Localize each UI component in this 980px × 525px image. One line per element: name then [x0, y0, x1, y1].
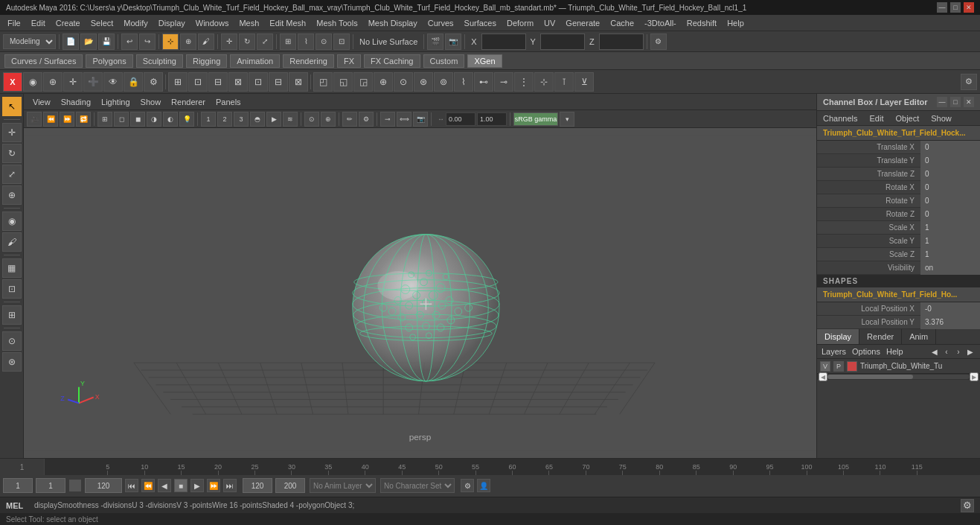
menu-uv[interactable]: UV — [539, 17, 560, 29]
char-set-selector[interactable]: No Character Set — [380, 478, 455, 493]
toolbar-settings-btn[interactable]: ⚙ — [961, 74, 977, 90]
y-field[interactable] — [540, 34, 585, 50]
ch-val-tz[interactable]: 0 — [920, 168, 980, 181]
vp-iso-btn[interactable]: ⊙ — [304, 112, 319, 127]
snap-view-btn[interactable]: ⊡ — [333, 34, 350, 50]
tab-animation[interactable]: Animation — [230, 54, 280, 68]
vp-val2[interactable]: 1.00 — [477, 112, 507, 126]
minimize-button[interactable]: — — [937, 2, 947, 13]
vp-light-btn[interactable]: 💡 — [179, 112, 194, 127]
max-frame-field[interactable]: 200 — [275, 478, 305, 493]
select-tool-btn[interactable]: ⊹ — [162, 34, 179, 50]
vp-camera-btn[interactable]: 📷 — [413, 112, 428, 127]
snap-grid-btn[interactable]: ⊞ — [280, 34, 296, 50]
menu-generate[interactable]: Generate — [561, 17, 604, 29]
scale-mode-btn[interactable]: ⤢ — [2, 165, 22, 184]
icon-btn-17[interactable]: ◱ — [333, 72, 353, 92]
move-mode-btn[interactable]: ✛ — [2, 123, 22, 142]
step-back-btn[interactable]: ⏪ — [141, 479, 155, 492]
scrollbar-thumb[interactable] — [827, 375, 913, 379]
icon-btn-11[interactable]: ⊟ — [208, 72, 228, 92]
soft-select-btn[interactable]: ◉ — [2, 211, 22, 231]
workspace-dropdown[interactable]: Modeling — [3, 34, 56, 49]
layer-nav-back[interactable]: ◀ — [929, 346, 940, 357]
tab-fx-caching[interactable]: FX Caching — [364, 54, 420, 68]
tab-sculpting[interactable]: Sculpting — [136, 54, 183, 68]
icon-btn-13[interactable]: ⊡ — [249, 72, 268, 92]
open-scene-btn[interactable]: 📂 — [80, 34, 97, 50]
vp-menu-show[interactable]: Show — [136, 96, 166, 108]
channel-rotate-y[interactable]: Rotate Y 0 — [817, 194, 980, 208]
layer-nav-prev[interactable]: ‹ — [941, 346, 952, 357]
ch-val-sz[interactable]: 1 — [920, 248, 980, 261]
ch-val-ry[interactable]: 0 — [920, 194, 980, 208]
layer-color-swatch[interactable] — [847, 361, 857, 372]
icon-btn-6[interactable]: 👁 — [103, 72, 123, 92]
vp-sym-btn[interactable]: ⟺ — [397, 112, 411, 127]
vp-mani-btn[interactable]: ⚙ — [359, 112, 374, 127]
layer-nav-next[interactable]: › — [953, 346, 964, 357]
tab-curves-surfaces[interactable]: Curves / Surfaces — [4, 54, 83, 68]
range-start-field[interactable]: 1 — [36, 478, 65, 493]
icon-btn-23[interactable]: ⌇ — [454, 72, 473, 92]
icon-btn-7[interactable]: 🔒 — [124, 72, 143, 92]
ch-val-lpx[interactable]: -0 — [920, 302, 980, 316]
channel-translate-z[interactable]: Translate Z 0 — [817, 168, 980, 181]
save-scene-btn[interactable]: 💾 — [98, 34, 115, 50]
vp-menu-lighting[interactable]: Lighting — [97, 96, 135, 108]
vp-select-btn[interactable]: ⊕ — [321, 112, 336, 127]
color-picker-arrow[interactable]: ▾ — [560, 112, 574, 127]
channel-scale-y[interactable]: Scale Y 1 — [817, 235, 980, 248]
ipr-btn[interactable]: 📷 — [445, 34, 461, 50]
menu-mesh-tools[interactable]: Mesh Tools — [312, 17, 362, 29]
char-set-settings-btn[interactable]: 👤 — [477, 479, 490, 492]
channel-rotate-x[interactable]: Rotate X 0 — [817, 181, 980, 194]
icon-btn-29[interactable]: ⊻ — [574, 72, 594, 92]
vp-paint-btn[interactable]: ✏ — [342, 112, 357, 127]
tab-fx[interactable]: FX — [337, 54, 361, 68]
select-mode-btn[interactable]: ↖ — [2, 97, 22, 116]
vp-shading-mode-btn[interactable]: ◓ — [250, 112, 265, 127]
vp-val1[interactable]: 0.00 — [446, 112, 475, 126]
range-end-field[interactable]: 120 — [243, 478, 272, 493]
vp-anim-btn[interactable]: ▶ — [266, 112, 281, 127]
maximize-button[interactable]: □ — [950, 2, 961, 13]
redo-btn[interactable]: ↪ — [139, 34, 156, 50]
skip-to-start-btn[interactable]: ⏮ — [125, 479, 138, 492]
tab-rendering[interactable]: Rendering — [283, 54, 334, 68]
channel-local-pos-x[interactable]: Local Position X -0 — [817, 302, 980, 316]
paint-btn[interactable]: 🖌 — [2, 232, 22, 252]
vp-res-2-btn[interactable]: 2 — [217, 112, 232, 127]
menu-3dto[interactable]: -3DtoAll- — [640, 17, 681, 29]
scrollbar-track[interactable] — [827, 375, 970, 379]
canvas-area[interactable]: X Y Z persp — [24, 128, 816, 458]
snap-together-btn[interactable]: ⊡ — [2, 279, 22, 299]
xgen-btn[interactable]: X — [3, 72, 22, 92]
range-end-display[interactable]: 120 — [85, 478, 122, 493]
snap-curve-btn[interactable]: ⌇ — [298, 34, 314, 50]
icon-btn-15[interactable]: ⊠ — [289, 72, 308, 92]
tab-render[interactable]: Render — [859, 329, 902, 344]
icon-btn-27[interactable]: ⊹ — [534, 72, 554, 92]
ch-val-rx[interactable]: 0 — [920, 181, 980, 194]
anim-layer-selector[interactable]: No Anim Layer — [310, 478, 376, 493]
step-fwd-btn[interactable]: ⏩ — [207, 479, 220, 492]
snap-point-btn[interactable]: ⊙ — [316, 34, 332, 50]
vp-loop-btn[interactable]: 🔁 — [76, 112, 91, 127]
layer-menu-options[interactable]: Options — [852, 347, 880, 356]
channel-local-pos-y[interactable]: Local Position Y 3.376 — [817, 316, 980, 329]
channel-scale-x[interactable]: Scale X 1 — [817, 221, 980, 235]
icon-btn-2[interactable]: ◉ — [23, 72, 42, 92]
cb-close-btn[interactable]: ✕ — [964, 97, 974, 107]
channel-visibility[interactable]: Visibility on — [817, 261, 980, 275]
menu-surfaces[interactable]: Surfaces — [460, 17, 501, 29]
icon-btn-8[interactable]: ⚙ — [144, 72, 163, 92]
vp-menu-view[interactable]: View — [28, 96, 55, 108]
menu-cache[interactable]: Cache — [606, 17, 638, 29]
icon-btn-5[interactable]: ➕ — [83, 72, 103, 92]
range-color-swatch[interactable] — [69, 480, 81, 491]
menu-mesh-display[interactable]: Mesh Display — [364, 17, 422, 29]
custom-btn-2[interactable]: ⊛ — [2, 352, 22, 372]
close-button[interactable]: ✕ — [964, 2, 974, 13]
icon-btn-9[interactable]: ⊞ — [168, 72, 188, 92]
